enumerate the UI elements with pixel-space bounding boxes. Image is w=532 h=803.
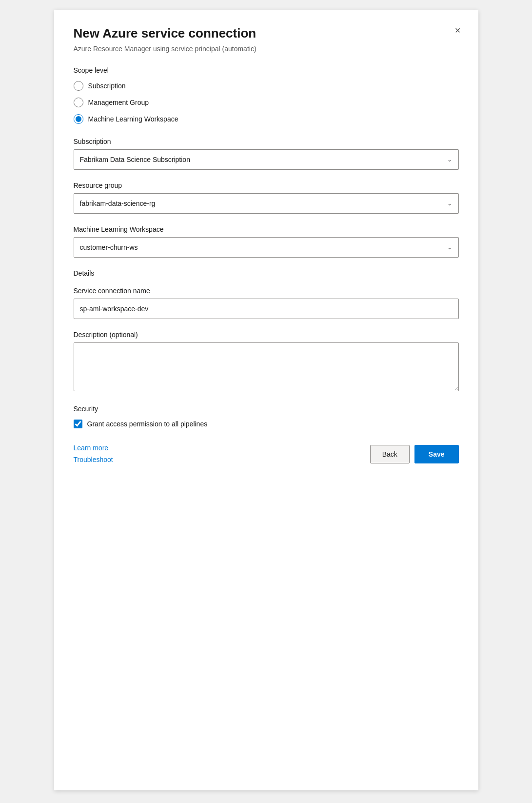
scope-subscription-radio[interactable] bbox=[74, 81, 83, 91]
dialog-title: New Azure service connection bbox=[74, 25, 459, 42]
scope-level-section: Scope level Subscription Management Grou… bbox=[74, 66, 459, 124]
troubleshoot-link[interactable]: Troubleshoot bbox=[74, 456, 113, 463]
scope-management-group-option[interactable]: Management Group bbox=[74, 98, 459, 107]
grant-access-checkbox[interactable] bbox=[74, 420, 82, 428]
ml-workspace-group: Machine Learning Workspace customer-chur… bbox=[74, 225, 459, 258]
back-button[interactable]: Back bbox=[370, 445, 410, 463]
scope-subscription-option[interactable]: Subscription bbox=[74, 81, 459, 91]
subscription-select-wrapper: Fabrikam Data Science Subscription ⌄ bbox=[74, 149, 459, 170]
service-connection-name-group: Service connection name bbox=[74, 287, 459, 319]
learn-more-link[interactable]: Learn more bbox=[74, 444, 113, 452]
save-button[interactable]: Save bbox=[414, 445, 459, 463]
scope-level-label: Scope level bbox=[74, 66, 459, 74]
ml-workspace-select[interactable]: customer-churn-ws bbox=[74, 237, 459, 258]
description-group: Description (optional) bbox=[74, 331, 459, 393]
security-section: Security Grant access permission to all … bbox=[74, 405, 459, 428]
resource-group-select[interactable]: fabrikam-data-science-rg bbox=[74, 193, 459, 214]
description-textarea[interactable] bbox=[74, 342, 459, 391]
close-icon: × bbox=[455, 25, 461, 36]
new-service-connection-dialog: × New Azure service connection Azure Res… bbox=[54, 10, 478, 790]
subscription-select[interactable]: Fabrikam Data Science Subscription bbox=[74, 149, 459, 170]
scope-ml-workspace-radio[interactable] bbox=[74, 114, 83, 124]
resource-group-group: Resource group fabrikam-data-science-rg … bbox=[74, 181, 459, 214]
resource-group-label: Resource group bbox=[74, 181, 459, 189]
description-label: Description (optional) bbox=[74, 331, 459, 339]
footer-links: Learn more Troubleshoot bbox=[74, 444, 113, 463]
scope-management-group-radio[interactable] bbox=[74, 98, 83, 107]
ml-workspace-label: Machine Learning Workspace bbox=[74, 225, 459, 233]
grant-access-checkbox-item[interactable]: Grant access permission to all pipelines bbox=[74, 420, 459, 428]
dialog-header: New Azure service connection Azure Resou… bbox=[74, 25, 459, 53]
security-label: Security bbox=[74, 405, 459, 413]
footer-buttons: Back Save bbox=[370, 445, 459, 463]
close-button[interactable]: × bbox=[453, 23, 463, 37]
details-label: Details bbox=[74, 269, 459, 277]
service-connection-name-label: Service connection name bbox=[74, 287, 459, 295]
dialog-footer: Learn more Troubleshoot Back Save bbox=[74, 444, 459, 463]
dialog-subtitle: Azure Resource Manager using service pri… bbox=[74, 45, 459, 53]
scope-ml-workspace-label: Machine Learning Workspace bbox=[88, 115, 178, 123]
subscription-group: Subscription Fabrikam Data Science Subsc… bbox=[74, 138, 459, 170]
grant-access-label: Grant access permission to all pipelines bbox=[87, 420, 208, 428]
service-connection-name-input[interactable] bbox=[74, 299, 459, 319]
ml-workspace-select-wrapper: customer-churn-ws ⌄ bbox=[74, 237, 459, 258]
scope-radio-group: Subscription Management Group Machine Le… bbox=[74, 81, 459, 124]
subscription-label: Subscription bbox=[74, 138, 459, 145]
resource-group-select-wrapper: fabrikam-data-science-rg ⌄ bbox=[74, 193, 459, 214]
scope-ml-workspace-option[interactable]: Machine Learning Workspace bbox=[74, 114, 459, 124]
scope-subscription-label: Subscription bbox=[88, 82, 126, 90]
scope-management-group-label: Management Group bbox=[88, 99, 149, 106]
